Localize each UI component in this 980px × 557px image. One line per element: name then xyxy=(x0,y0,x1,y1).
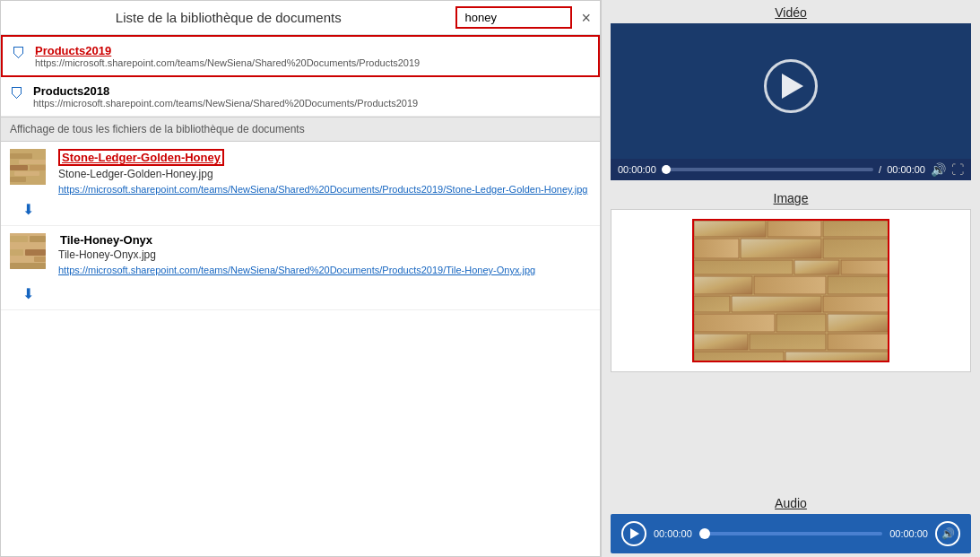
svg-rect-35 xyxy=(828,314,889,332)
audio-play-button[interactable] xyxy=(621,521,646,546)
library-item[interactable]: ⛉ Products2018 https://microsoft.sharepo… xyxy=(1,77,600,117)
audio-volume-icon: 🔊 xyxy=(941,527,955,540)
audio-section: Audio 00:00:00 00:00:00 🔊 xyxy=(602,491,980,557)
audio-time-end: 00:00:00 xyxy=(889,528,928,539)
video-progress-bar[interactable] xyxy=(662,168,873,171)
video-play-button[interactable] xyxy=(764,59,818,113)
svg-rect-14 xyxy=(10,257,32,262)
svg-rect-31 xyxy=(732,296,821,312)
svg-rect-19 xyxy=(768,221,821,237)
audio-progress-bar[interactable] xyxy=(699,532,882,535)
video-section: Vidéo 00:00:00 / 00:00:00 🔊 ⛶ xyxy=(602,0,980,186)
file-item-filename: Tile-Honey-Onyx.jpg xyxy=(58,248,591,261)
svg-rect-2 xyxy=(19,160,46,164)
svg-rect-10 xyxy=(30,236,46,242)
image-section: Image xyxy=(602,186,980,491)
library-item-content: Products2018 https://microsoft.sharepoin… xyxy=(33,84,418,109)
file-left: ⬇ xyxy=(10,233,55,302)
svg-rect-30 xyxy=(694,296,730,312)
svg-rect-37 xyxy=(750,334,826,350)
file-item-name[interactable]: Tile-Honey-Onyx xyxy=(58,233,154,247)
file-item: ⬇ Tile-Honey-Onyx Tile-Honey-Onyx.jpg ht… xyxy=(1,226,600,310)
file-item-info: Tile-Honey-Onyx Tile-Honey-Onyx.jpg http… xyxy=(58,233,591,275)
file-left: ⬇ xyxy=(10,149,55,218)
audio-progress-dot xyxy=(699,528,710,539)
audio-player: 00:00:00 00:00:00 🔊 xyxy=(611,514,971,553)
file-thumbnail xyxy=(10,233,46,269)
audio-section-title: Audio xyxy=(602,491,980,514)
stone-image xyxy=(692,219,889,362)
video-controls: 00:00:00 / 00:00:00 🔊 ⛶ xyxy=(611,159,971,180)
svg-rect-28 xyxy=(754,276,826,294)
volume-icon[interactable]: 🔊 xyxy=(931,162,946,177)
svg-rect-3 xyxy=(10,165,28,170)
svg-rect-4 xyxy=(30,165,46,170)
svg-rect-11 xyxy=(14,243,41,248)
svg-rect-12 xyxy=(10,249,23,256)
svg-rect-24 xyxy=(694,260,793,274)
file-item-link[interactable]: https://microsoft.sharepoint.com/teams/N… xyxy=(58,265,591,275)
library-list: ⛉ Products2019 https://microsoft.sharepo… xyxy=(1,35,600,117)
right-panel: Vidéo 00:00:00 / 00:00:00 🔊 ⛶ Image xyxy=(601,0,980,557)
svg-rect-23 xyxy=(823,239,889,258)
svg-rect-1 xyxy=(10,153,32,159)
svg-rect-9 xyxy=(10,236,28,242)
svg-rect-36 xyxy=(694,334,748,350)
svg-rect-25 xyxy=(794,260,839,274)
file-thumbnail xyxy=(10,149,46,185)
play-triangle-icon xyxy=(782,74,803,99)
filter-icon: ⛉ xyxy=(10,86,24,102)
show-all-label: Affichage de tous les fichiers de la bib… xyxy=(1,117,600,142)
svg-rect-13 xyxy=(25,249,46,256)
library-item-name: Products2018 xyxy=(33,84,418,98)
fullscreen-icon[interactable]: ⛶ xyxy=(951,162,964,177)
image-section-title: Image xyxy=(602,186,980,209)
left-panel: Liste de la bibliothèque de documents × … xyxy=(0,0,601,557)
svg-rect-32 xyxy=(823,296,889,312)
audio-time-start: 00:00:00 xyxy=(654,528,692,539)
svg-rect-34 xyxy=(776,314,826,332)
svg-rect-5 xyxy=(14,171,39,176)
filter-icon: ⛉ xyxy=(12,46,26,62)
library-item-name: Products2019 xyxy=(35,44,420,57)
svg-rect-21 xyxy=(694,239,739,258)
close-button[interactable]: × xyxy=(581,10,591,26)
svg-rect-38 xyxy=(828,334,889,350)
download-icon[interactable]: ⬇ xyxy=(22,285,34,302)
video-time-total: / xyxy=(879,164,881,175)
svg-rect-39 xyxy=(694,352,784,362)
video-section-title: Vidéo xyxy=(602,0,980,23)
image-container xyxy=(611,209,971,372)
svg-rect-29 xyxy=(828,276,889,294)
file-list: ⬇ Stone-Ledger-Golden-Honey Stone-Ledger… xyxy=(1,142,600,556)
audio-play-triangle-icon xyxy=(630,528,639,539)
svg-rect-20 xyxy=(823,221,889,237)
file-item: ⬇ Stone-Ledger-Golden-Honey Stone-Ledger… xyxy=(1,142,600,226)
svg-rect-15 xyxy=(34,257,46,262)
library-item-url: https://microsoft.sharepoint.com/teams/N… xyxy=(33,98,418,109)
download-icon[interactable]: ⬇ xyxy=(22,201,34,218)
file-item-link[interactable]: https://microsoft.sharepoint.com/teams/N… xyxy=(58,184,591,195)
video-player: 00:00:00 / 00:00:00 🔊 ⛶ xyxy=(611,23,971,180)
svg-rect-16 xyxy=(10,263,46,269)
svg-rect-22 xyxy=(741,239,821,258)
svg-rect-18 xyxy=(694,221,766,237)
panel-title: Liste de la bibliothèque de documents xyxy=(10,10,447,25)
svg-rect-6 xyxy=(10,177,26,182)
video-time-current: 00:00:00 xyxy=(618,164,656,175)
library-item-content: Products2019 https://microsoft.sharepoin… xyxy=(35,44,420,68)
library-item[interactable]: ⛉ Products2019 https://microsoft.sharepo… xyxy=(1,35,600,77)
file-item-filename: Stone-Ledger-Golden-Honey.jpg xyxy=(58,168,591,180)
svg-rect-26 xyxy=(841,260,889,274)
audio-volume-button[interactable]: 🔊 xyxy=(935,521,960,546)
svg-rect-33 xyxy=(694,314,775,332)
video-time-end: 00:00:00 xyxy=(887,164,925,175)
search-input[interactable] xyxy=(455,6,572,29)
left-header: Liste de la bibliothèque de documents × xyxy=(1,1,600,35)
file-item-name[interactable]: Stone-Ledger-Golden-Honey xyxy=(58,149,224,166)
svg-rect-27 xyxy=(694,276,752,294)
svg-rect-40 xyxy=(785,352,889,362)
video-progress-dot xyxy=(662,165,671,174)
svg-rect-7 xyxy=(28,177,46,182)
library-item-url: https://microsoft.sharepoint.com/teams/N… xyxy=(35,57,420,68)
